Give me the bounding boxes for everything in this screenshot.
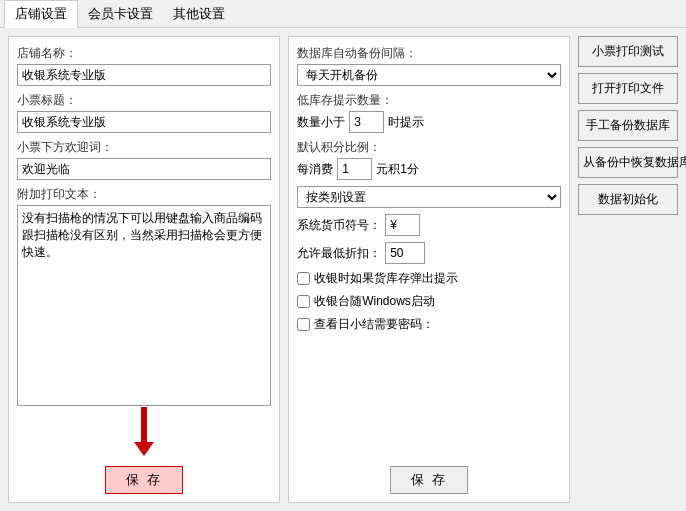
points-input[interactable]: [337, 158, 372, 180]
currency-input[interactable]: [385, 214, 420, 236]
print-test-button[interactable]: 小票打印测试: [578, 36, 678, 67]
min-discount-row: 允许最低折扣：: [297, 242, 561, 264]
backup-interval-label: 数据库自动备份间隔：: [297, 45, 561, 62]
menubar: 店铺设置 会员卡设置 其他设置: [0, 0, 686, 28]
checkbox2[interactable]: [297, 295, 310, 308]
category-setting-select[interactable]: 按类别设置: [297, 186, 561, 208]
points-suffix: 元积1分: [376, 161, 419, 178]
currency-row: 系统货币符号：: [297, 214, 561, 236]
category-setting-group: 按类别设置: [297, 186, 561, 208]
checkbox2-row: 收银台随Windows启动: [297, 293, 561, 310]
checkbox1-row: 收银时如果货库存弹出提示: [297, 270, 561, 287]
backup-interval-group: 数据库自动备份间隔： 每天开机备份 每周备份 手动备份: [297, 45, 561, 86]
checkbox3-row: 查看日小结需要密码：: [297, 316, 561, 333]
checkbox1[interactable]: [297, 272, 310, 285]
receipt-title-label: 小票标题：: [17, 92, 271, 109]
min-discount-input[interactable]: [385, 242, 425, 264]
store-name-label: 店铺名称：: [17, 45, 271, 62]
left-save-button[interactable]: 保 存: [105, 466, 183, 494]
min-discount-label: 允许最低折扣：: [297, 245, 381, 262]
open-print-file-button[interactable]: 打开打印文件: [578, 73, 678, 104]
print-text-label: 附加打印文本：: [17, 186, 271, 203]
backup-interval-select[interactable]: 每天开机备份 每周备份 手动备份: [297, 64, 561, 86]
right-panel: 小票打印测试 打开打印文件 手工备份数据库 从备份中恢复数据库 数据初始化: [578, 36, 678, 503]
left-panel: 店铺名称： 小票标题： 小票下方欢迎词： 附加打印文本： 没有扫描枪的情况下可以…: [8, 36, 280, 503]
menu-item-store[interactable]: 店铺设置: [4, 0, 78, 28]
welcome-text-label: 小票下方欢迎词：: [17, 139, 271, 156]
checkbox1-label: 收银时如果货库存弹出提示: [314, 270, 458, 287]
points-prefix: 每消费: [297, 161, 333, 178]
menu-item-other[interactable]: 其他设置: [163, 1, 235, 27]
points-ratio-group: 默认积分比例： 每消费 元积1分: [297, 139, 561, 180]
low-stock-input[interactable]: [349, 111, 384, 133]
welcome-text-group: 小票下方欢迎词：: [17, 139, 271, 180]
welcome-text-input[interactable]: [17, 158, 271, 180]
manual-backup-button[interactable]: 手工备份数据库: [578, 110, 678, 141]
print-text-input[interactable]: 没有扫描枪的情况下可以用键盘输入商品编码跟扫描枪没有区别，当然采用扫描枪会更方便…: [17, 205, 271, 406]
checkbox3-label: 查看日小结需要密码：: [314, 316, 434, 333]
store-name-group: 店铺名称：: [17, 45, 271, 86]
low-stock-suffix: 时提示: [388, 114, 424, 131]
print-text-group: 附加打印文本： 没有扫描枪的情况下可以用键盘输入商品编码跟扫描枪没有区别，当然采…: [17, 186, 271, 406]
data-init-button[interactable]: 数据初始化: [578, 184, 678, 215]
currency-label: 系统货币符号：: [297, 217, 381, 234]
menu-item-membership[interactable]: 会员卡设置: [78, 1, 163, 27]
receipt-title-group: 小票标题：: [17, 92, 271, 133]
middle-panel: 数据库自动备份间隔： 每天开机备份 每周备份 手动备份 低库存提示数量： 数量小…: [288, 36, 570, 503]
restore-backup-button[interactable]: 从备份中恢复数据库: [578, 147, 678, 178]
low-stock-prefix: 数量小于: [297, 114, 345, 131]
checkbox2-label: 收银台随Windows启动: [314, 293, 435, 310]
store-name-input[interactable]: [17, 64, 271, 86]
low-stock-group: 低库存提示数量： 数量小于 时提示: [297, 92, 561, 133]
checkbox3[interactable]: [297, 318, 310, 331]
low-stock-label: 低库存提示数量：: [297, 92, 561, 109]
middle-save-button[interactable]: 保 存: [390, 466, 468, 494]
receipt-title-input[interactable]: [17, 111, 271, 133]
main-content: 店铺名称： 小票标题： 小票下方欢迎词： 附加打印文本： 没有扫描枪的情况下可以…: [0, 28, 686, 511]
points-ratio-label: 默认积分比例：: [297, 139, 561, 156]
